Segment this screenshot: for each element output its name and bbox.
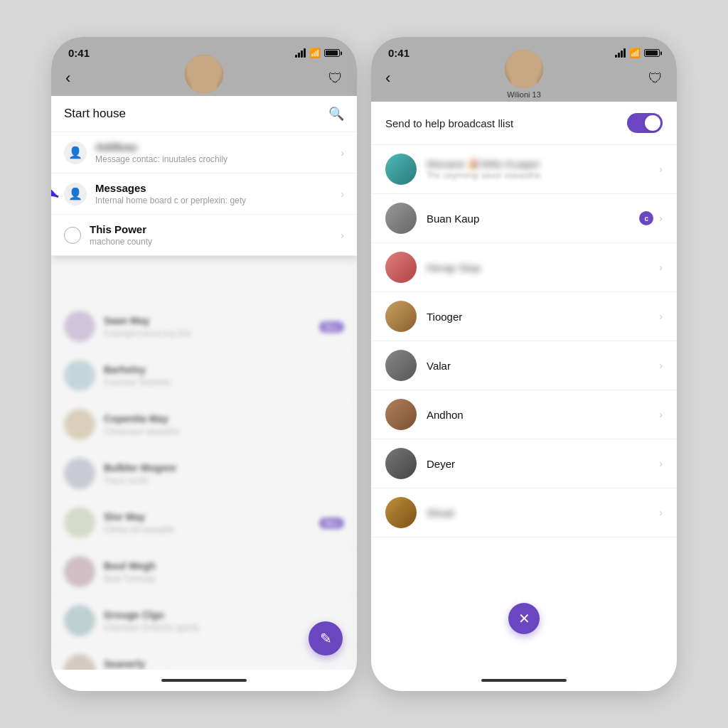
chat-avatar-2 bbox=[64, 360, 95, 391]
broadcast-badge-2: c bbox=[639, 211, 653, 225]
chat-avatar-7 bbox=[64, 605, 95, 636]
chat-info-1: Saan May Ceampin:ceout ery this bbox=[104, 315, 319, 338]
chat-avatar-1 bbox=[64, 311, 95, 342]
broadcast-contact-4[interactable]: Tiooger › bbox=[371, 292, 677, 341]
chat-item-1: Saan May Ceampin:ceout ery this Bev bbox=[51, 302, 357, 351]
search-bar: Start house 🔍 bbox=[51, 96, 357, 132]
dropdown-item-2[interactable]: 👤 Messages Internal home board c or perp… bbox=[51, 173, 357, 215]
left-phone-header: ‹ 🛡 bbox=[51, 63, 357, 96]
chat-badge-5: Bev bbox=[319, 518, 344, 529]
chat-info-8: Seanerly Seanur: lemnernthely bbox=[104, 658, 344, 670]
chat-avatar-6 bbox=[64, 556, 95, 587]
right-phone-header: ‹ Wilioni 13 🛡 bbox=[371, 63, 677, 102]
right-signal-icon bbox=[615, 48, 626, 58]
chat-name-1: Saan May bbox=[104, 315, 319, 326]
broadcast-contact-2[interactable]: Buan Kaup c › bbox=[371, 194, 677, 243]
dropdown-item-3-circle bbox=[64, 227, 81, 244]
broadcast-contact-1[interactable]: Monane 🎉Wito Kuaper Thc ceyrmrop seusr o… bbox=[371, 145, 677, 194]
chat-item-2: Barhelsy Couneut Teameto bbox=[51, 351, 357, 400]
left-home-indicator bbox=[51, 670, 357, 691]
left-home-bar bbox=[161, 679, 247, 682]
broadcast-info-3: Herap Stop bbox=[427, 262, 659, 274]
search-icon[interactable]: 🔍 bbox=[328, 106, 344, 122]
right-username: Wilioni 13 bbox=[507, 90, 541, 99]
broadcast-info-4: Tiooger bbox=[427, 311, 659, 323]
broadcast-contact-6[interactable]: Andhon › bbox=[371, 390, 677, 439]
chat-item-8: Seanerly Seanur: lemnernthely bbox=[51, 646, 357, 670]
broadcast-avatar-1 bbox=[385, 154, 417, 185]
broadcast-name-4: Tiooger bbox=[427, 311, 659, 323]
broadcast-contact-8[interactable]: Shoal › bbox=[371, 488, 677, 537]
compose-fab[interactable]: ✎ bbox=[309, 621, 343, 655]
chat-avatar-5 bbox=[64, 507, 95, 538]
left-phone-content: Start house 🔍 👤 Addleau Message contac: … bbox=[51, 96, 357, 670]
chat-item-6: Boul Wegh Boul Tumuidy bbox=[51, 547, 357, 596]
broadcast-chevron-1: › bbox=[659, 164, 663, 175]
broadcast-info-6: Andhon bbox=[427, 409, 659, 421]
dropdown-item-1[interactable]: 👤 Addleau Message contac: inuutales croc… bbox=[51, 132, 357, 173]
left-status-icons: 📶 bbox=[295, 48, 340, 58]
dropdown-item-3[interactable]: This Power machone county › bbox=[51, 215, 357, 256]
right-avatar-image bbox=[505, 50, 543, 88]
toggle-knob bbox=[645, 115, 660, 131]
broadcast-avatar-2 bbox=[385, 203, 417, 234]
chat-info-4: Bulbler Mogenr Trace sunth bbox=[104, 462, 344, 486]
broadcast-chevron-7: › bbox=[659, 458, 663, 469]
broadcast-chevron-2: › bbox=[659, 213, 663, 224]
right-battery-icon bbox=[644, 49, 660, 57]
broadcast-chevron-6: › bbox=[659, 409, 663, 420]
right-home-bar bbox=[481, 679, 567, 682]
right-shield-icon: 🛡 bbox=[648, 70, 663, 87]
search-text: Start house bbox=[64, 107, 328, 121]
broadcast-info-5: Valar bbox=[427, 360, 659, 372]
broadcast-avatar-5 bbox=[385, 350, 417, 381]
back-button[interactable]: ‹ bbox=[65, 69, 87, 87]
chat-item-4: Bulbler Mogenr Trace sunth bbox=[51, 449, 357, 498]
right-wifi-icon: 📶 bbox=[629, 48, 641, 58]
broadcast-chevron-8: › bbox=[659, 507, 663, 518]
broadcast-avatar-7 bbox=[385, 448, 417, 479]
broadcast-contact-3[interactable]: Herap Stop › bbox=[371, 243, 677, 292]
broadcast-chevron-5: › bbox=[659, 360, 663, 371]
broadcast-name-8: Shoal bbox=[427, 507, 659, 519]
dropdown-item-1-icon: 👤 bbox=[64, 141, 87, 164]
right-back-button[interactable]: ‹ bbox=[385, 69, 407, 87]
broadcast-header: Send to help broadcast llist bbox=[371, 102, 677, 145]
close-fab-container: ✕ bbox=[371, 613, 677, 670]
chat-preview-7: Chember Grihertic aperly bbox=[104, 623, 344, 633]
broadcast-name-7: Deyer bbox=[427, 458, 659, 470]
chat-info-3: Copentia May Chmenour seanefro bbox=[104, 413, 344, 437]
dropdown-item-3-chevron: › bbox=[341, 230, 344, 241]
avatar-container bbox=[185, 55, 223, 93]
chat-badge-1: Bev bbox=[319, 321, 344, 333]
broadcast-panel: Send to help broadcast llist Monane 🎉Wit… bbox=[371, 102, 677, 613]
dropdown-item-2-icon: 👤 bbox=[64, 183, 87, 205]
close-fab[interactable]: ✕ bbox=[508, 603, 540, 634]
dropdown-item-2-content: Messages Internal home board c or perple… bbox=[95, 182, 341, 205]
chat-name-6: Boul Wegh bbox=[104, 560, 344, 572]
dropdown-item-1-chevron: › bbox=[341, 147, 344, 159]
broadcast-contact-5[interactable]: Valar › bbox=[371, 341, 677, 390]
right-phone: 0:41 📶 ‹ Wilioni 13 bbox=[371, 37, 677, 691]
broadcast-info-8: Shoal bbox=[427, 507, 659, 519]
broadcast-contact-7[interactable]: Deyer › bbox=[371, 439, 677, 488]
dropdown-item-1-content: Addleau Message contac: inuutales crochi… bbox=[95, 141, 341, 164]
chat-item-3: Copentia May Chmenour seanefro bbox=[51, 400, 357, 449]
chat-preview-6: Boul Tumuidy bbox=[104, 574, 344, 584]
right-avatar bbox=[505, 50, 543, 88]
chat-avatar-3 bbox=[64, 409, 95, 440]
chat-preview-4: Trace sunth bbox=[104, 476, 344, 486]
broadcast-info-2: Buan Kaup bbox=[427, 213, 639, 225]
dropdown-item-2-title: Messages bbox=[95, 182, 341, 194]
chat-name-5: Slor May bbox=[104, 511, 319, 523]
left-status-time: 0:41 bbox=[68, 47, 90, 59]
chat-preview-1: Ceampin:ceout ery this bbox=[104, 328, 319, 338]
chat-info-5: Slor May Citeny olt ceaupter bbox=[104, 511, 319, 535]
wifi-icon: 📶 bbox=[309, 48, 321, 58]
chat-info-7: Grouge Clgo Chember Grihertic aperly bbox=[104, 609, 344, 633]
broadcast-info-7: Deyer bbox=[427, 458, 659, 470]
chat-name-4: Bulbler Mogenr bbox=[104, 462, 344, 473]
broadcast-avatar-4 bbox=[385, 301, 417, 332]
broadcast-toggle[interactable] bbox=[627, 113, 663, 133]
right-home-indicator bbox=[371, 670, 677, 691]
